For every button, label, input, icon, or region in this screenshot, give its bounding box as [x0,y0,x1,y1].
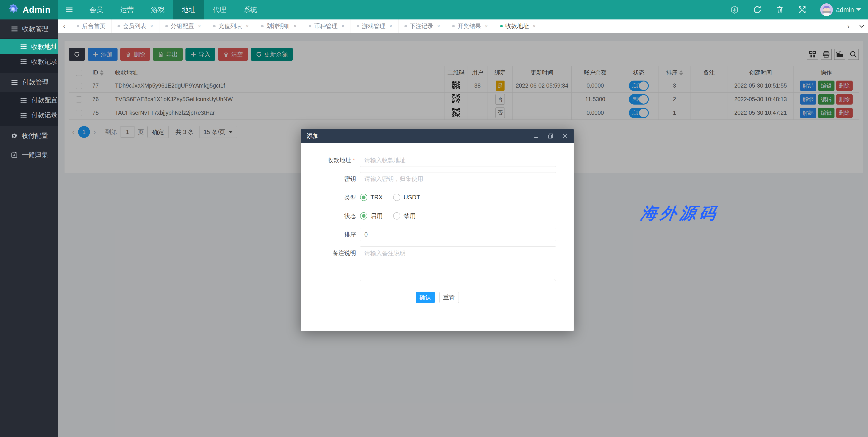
sidebar-subitem-2-2[interactable]: 付款记录 [0,108,58,123]
status-radio-disabled[interactable]: 禁用 [393,212,416,220]
status-label: 状态 [301,209,360,223]
tab-dot-icon [118,25,120,27]
tabs-menu-toggle[interactable] [855,20,868,33]
sidebar-item-2[interactable]: 付款管理 [0,73,58,92]
sidebar-item-label: 一健归集 [22,150,48,159]
sidebar-subitem-1-1[interactable]: 收款地址 [0,39,58,54]
reset-button[interactable]: 重置 [439,292,459,303]
tab-close-icon[interactable]: × [246,23,249,30]
sort-label: 排序 [301,228,360,241]
tabs: 后台首页会员列表×分组配置×充值列表×划转明细×币种管理×游戏管理×下注记录×开… [71,20,842,33]
top-navigation: 会员运营游戏地址代理系统 [58,0,266,20]
tab-8[interactable]: 下注记录× [399,20,446,33]
add-dialog: 添加 收款地址 * 密钥 类型 TRX [301,129,574,331]
user-menu[interactable]: admin [813,0,868,20]
tab-6[interactable]: 币种管理× [303,20,351,33]
list-icon [20,111,27,119]
minimize-icon[interactable] [533,133,539,139]
sidebar-subitem-label: 付款配置 [31,96,58,105]
watermark: 海外源码 [639,203,720,224]
tab-4[interactable]: 充值列表× [207,20,255,33]
nav-item-3[interactable]: 游戏 [143,0,173,20]
nav-item-1[interactable]: 会员 [81,0,112,20]
brand-title: Admin [23,5,51,15]
sidebar-item-4[interactable]: 一健归集 [0,145,58,164]
type-radio-usdt[interactable]: USDT [393,194,420,201]
nav-item-6[interactable]: 系统 [235,0,266,20]
tab-label: 分组配置 [170,22,194,30]
tab-close-icon[interactable]: × [389,23,393,30]
tab-close-icon[interactable]: × [293,23,297,30]
avatar[interactable] [820,3,833,16]
tab-1[interactable]: 后台首页 [71,20,112,33]
sidebar: 收款管理收款地址收款记录付款管理付款配置付款记录收付配置一健归集 [0,20,58,437]
tab-label: 开奖结果 [458,22,481,30]
tab-close-icon[interactable]: × [341,23,345,30]
remark-textarea[interactable] [360,246,556,281]
radio-dot-icon [393,212,400,220]
status-radio-enabled[interactable]: 启用 [360,212,383,220]
tab-close-icon[interactable]: × [198,23,201,30]
username[interactable]: admin [836,6,854,13]
type-radio-trx[interactable]: TRX [360,194,383,201]
nav-item-2[interactable]: 运营 [112,0,143,20]
type-label: 类型 [301,191,360,204]
tab-dot-icon [404,25,407,27]
tab-5[interactable]: 划转明细× [255,20,303,33]
secret-input[interactable] [360,172,556,186]
address-label: 收款地址 * [301,154,360,167]
tab-label: 划转明细 [266,22,290,30]
tab-label: 会员列表 [123,22,146,30]
sidebar-subitem-1-2[interactable]: 收款记录 [0,54,58,69]
tab-3[interactable]: 分组配置× [159,20,207,33]
tab-label: 下注记录 [410,22,433,30]
confirm-button[interactable]: 确认 [416,292,435,303]
sidebar-item-1[interactable]: 收款管理 [0,20,58,38]
refresh-icon[interactable] [746,0,769,20]
tab-label: 充值列表 [218,22,242,30]
tab-7[interactable]: 游戏管理× [351,20,399,33]
tab-close-icon[interactable]: × [533,23,536,30]
address-input[interactable] [360,154,556,167]
radio-dot-icon [360,212,367,220]
tab-dot-icon [309,25,311,27]
sidebar-subitem-label: 收款地址 [31,42,58,52]
brand: Admin [0,0,58,20]
tab-dot-icon [213,25,216,27]
sort-input[interactable] [360,228,556,241]
brand-logo-icon [7,3,19,16]
dialog-header[interactable]: 添加 [301,129,574,143]
dialog-footer: 确认 重置 [301,292,574,303]
required-asterisk: * [353,157,355,164]
tabs-scroll-left[interactable]: ‹ [58,20,71,33]
menu-fold-icon [65,6,73,13]
sidebar-submenu: 收款地址收款记录 [0,38,58,73]
tab-label: 币种管理 [314,22,338,30]
radio-dot-icon [360,194,367,201]
sidebar-collapse-toggle[interactable] [58,0,81,20]
tab-9[interactable]: 开奖结果× [446,20,494,33]
list-icon [20,43,27,51]
tab-10[interactable]: 收款地址× [494,20,542,33]
clear-cache-icon[interactable] [723,0,746,20]
sidebar-subitem-2-1[interactable]: 付款配置 [0,93,58,108]
radio-dot-icon [393,194,400,201]
trash-icon[interactable] [769,0,791,20]
tab-2[interactable]: 会员列表× [112,20,159,33]
tab-dot-icon [500,25,503,27]
tab-close-icon[interactable]: × [150,23,153,30]
tab-label: 游戏管理 [362,22,385,30]
tab-close-icon[interactable]: × [437,23,440,30]
close-icon[interactable] [562,133,568,139]
maximize-icon[interactable] [547,133,554,139]
calendar-icon [11,152,18,158]
tabs-scroll-right[interactable]: › [842,20,855,33]
sidebar-item-label: 收款管理 [22,25,49,33]
tab-close-icon[interactable]: × [485,23,488,30]
nav-item-4[interactable]: 地址 [173,0,204,20]
sidebar-subitem-label: 收款记录 [31,57,58,66]
fullscreen-icon[interactable] [791,0,813,20]
sidebar-item-3[interactable]: 收付配置 [0,126,58,145]
tabbar: ‹ 后台首页会员列表×分组配置×充值列表×划转明细×币种管理×游戏管理×下注记录… [58,20,868,33]
nav-item-5[interactable]: 代理 [204,0,235,20]
